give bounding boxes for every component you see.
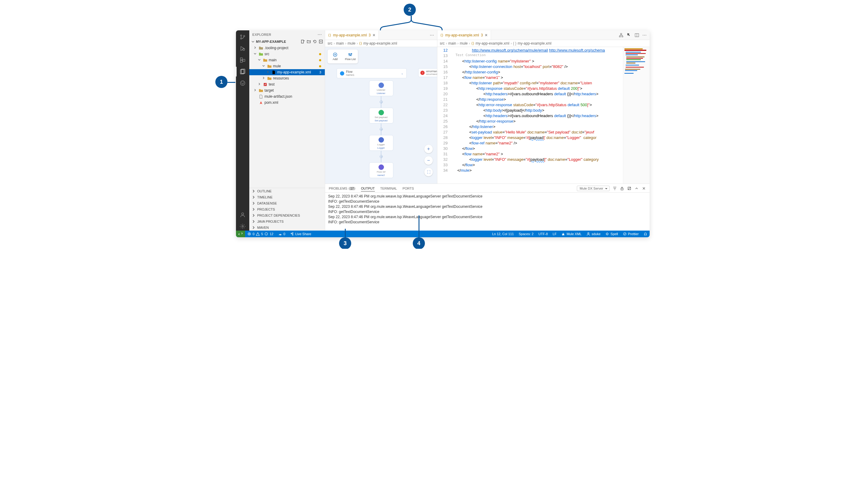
more-icon[interactable]: ⋯ — [430, 33, 434, 38]
output-select[interactable]: Mule DX Server — [577, 186, 610, 191]
tab-right[interactable]: ⟨⟩ my-app-example.xml 3 ✕ — [437, 30, 491, 40]
side-sections: OUTLINETIMELINEDATASENSEPROJECTSPROJECT … — [249, 188, 325, 230]
section-java-projects[interactable]: JAVA PROJECTS — [249, 218, 325, 225]
explorer-icon[interactable] — [239, 67, 247, 76]
svg-rect-37 — [621, 188, 623, 190]
canvas-tools: Add Flow List — [327, 49, 358, 64]
tab-problems[interactable]: PROBLEMS 17 — [329, 186, 356, 190]
error-handler[interactable]: ! errorHandl errorHandl — [418, 68, 437, 77]
run-debug-icon[interactable] — [239, 44, 247, 53]
remote-button[interactable] — [236, 230, 245, 237]
svg-point-45 — [588, 233, 589, 234]
tree-file[interactable]: test — [249, 81, 325, 87]
zoom-fit-button[interactable]: ⛶ — [424, 168, 433, 176]
close-icon[interactable]: ✕ — [485, 33, 488, 37]
split-icon[interactable] — [635, 33, 639, 38]
flow-node[interactable]: LoggerLogger — [369, 135, 393, 151]
explorer-title: EXPLORER — [252, 33, 271, 36]
hierarchy-icon[interactable] — [619, 33, 624, 38]
status-spell[interactable]: Spell — [603, 230, 620, 237]
code-editor[interactable]: 1213141516171819202122232425262728293031… — [437, 47, 650, 184]
status-pos[interactable]: Ln 12, Col 111 — [490, 230, 517, 237]
section-timeline[interactable]: TIMELINE — [249, 194, 325, 200]
svg-rect-31 — [626, 63, 635, 64]
output-body[interactable]: Sep 22, 2023 8:47:46 PM org.mule.weave.l… — [325, 193, 650, 230]
tree-folder[interactable]: mule — [249, 63, 325, 69]
callout-3-lead — [345, 229, 346, 238]
refresh-icon[interactable] — [313, 39, 317, 44]
account-icon[interactable] — [239, 211, 247, 219]
tree-folder[interactable]: target — [249, 87, 325, 93]
close-icon[interactable] — [642, 186, 646, 191]
status-prettier[interactable]: Prettier — [621, 230, 641, 237]
tree-file[interactable]: my-app-example.xml3 — [249, 69, 325, 75]
tree-file[interactable]: pom.xml — [249, 100, 325, 105]
status-radio[interactable]: 0 — [276, 230, 288, 237]
tree-folder[interactable]: main — [249, 57, 325, 63]
svg-point-2 — [244, 35, 245, 37]
flowlist-button[interactable]: Flow List — [343, 49, 358, 64]
chevron-up-icon[interactable] — [635, 186, 639, 191]
status-eol[interactable]: LF — [550, 230, 559, 237]
section-maven[interactable]: MAVEN — [249, 225, 325, 230]
mule-icon[interactable] — [239, 79, 247, 87]
status-problems[interactable]: 0 5 12 — [245, 230, 276, 237]
status-spaces[interactable]: Spaces: 2 — [516, 230, 536, 237]
extensions-icon[interactable] — [239, 56, 247, 64]
status-user[interactable]: sduke — [584, 230, 603, 237]
breadcrumb-right[interactable]: src›main›mule›⟨⟩my-app-example.xml›{ }my… — [437, 40, 650, 47]
close-icon[interactable]: ✕ — [372, 33, 375, 37]
minimap[interactable] — [623, 47, 650, 184]
callout-2: 2 — [404, 4, 416, 16]
flow-node[interactable]: ListenerListener — [369, 80, 393, 96]
problems-label: PROBLEMS — [329, 186, 347, 190]
svg-point-21 — [351, 53, 352, 54]
clear-icon[interactable] — [627, 186, 632, 191]
new-folder-icon[interactable] — [306, 39, 311, 44]
status-enc[interactable]: UTF-8 — [536, 230, 550, 237]
section-outline[interactable]: OUTLINE — [249, 188, 325, 194]
tab-left[interactable]: ⟨⟩ my-app-example.xml 3 ✕ — [325, 30, 379, 40]
section-datasense[interactable]: DATASENSE — [249, 200, 325, 206]
breadcrumbs: src›main›mule›⟨⟩my-app-example.xml src›m… — [325, 40, 650, 47]
flow-node[interactable]: Flow refname2 — [369, 162, 393, 178]
more-icon[interactable]: ⋯ — [643, 33, 647, 38]
tree-file[interactable]: mule-artifact.json — [249, 93, 325, 100]
run-icon[interactable] — [627, 33, 632, 38]
zoom-out-button[interactable]: − — [424, 156, 433, 165]
flow-canvas[interactable]: Add Flow List Flow name1 — [325, 47, 437, 184]
filter-icon[interactable] — [613, 186, 617, 191]
section-projects[interactable]: PROJECTS — [249, 206, 325, 212]
status-liveshare[interactable]: Live Share — [288, 230, 314, 237]
svg-rect-14 — [621, 33, 622, 34]
section-project-dependencies[interactable]: PROJECT DEPENDENCIES — [249, 212, 325, 218]
tab-output[interactable]: OUTPUT — [361, 186, 374, 191]
source-control-icon[interactable] — [239, 33, 247, 41]
tab-right-name: my-app-example.xml — [445, 33, 479, 37]
svg-rect-35 — [625, 70, 637, 71]
status-lang[interactable]: Mule XML — [559, 230, 584, 237]
new-file-icon[interactable] — [301, 39, 305, 44]
tab-left-dirty: 3 — [369, 33, 371, 37]
tree-folder[interactable]: src — [249, 51, 325, 57]
status-bell-icon[interactable] — [641, 230, 650, 237]
tab-ports[interactable]: PORTS — [403, 186, 414, 190]
tree-folder[interactable]: .tooling-project — [249, 45, 325, 51]
settings-icon[interactable] — [239, 222, 247, 230]
code-lines[interactable]: http://www.mulesoft.org/schema/mule/emai… — [450, 47, 623, 184]
tree-folder[interactable]: resources — [249, 75, 325, 81]
project-header[interactable]: MY-APP-EXAMPLE — [249, 39, 325, 44]
explorer-more-icon[interactable]: ⋯ — [317, 32, 322, 37]
add-button[interactable]: Add — [327, 49, 343, 64]
lock-icon[interactable] — [620, 186, 624, 191]
flow-header[interactable]: Flow name1 ⌄ — [337, 68, 407, 78]
tab-terminal[interactable]: TERMINAL — [380, 186, 397, 190]
svg-point-20 — [350, 55, 351, 56]
breadcrumb-left[interactable]: src›main›mule›⟨⟩my-app-example.xml — [325, 40, 437, 47]
chevron-down-icon[interactable]: ⌄ — [401, 72, 403, 75]
svg-point-46 — [606, 233, 608, 235]
flow-node[interactable]: Set payloadSet payload — [369, 108, 393, 124]
tab-left-name: my-app-example.xml — [333, 33, 367, 37]
zoom-in-button[interactable]: + — [424, 145, 433, 153]
collapse-icon[interactable] — [319, 39, 323, 44]
